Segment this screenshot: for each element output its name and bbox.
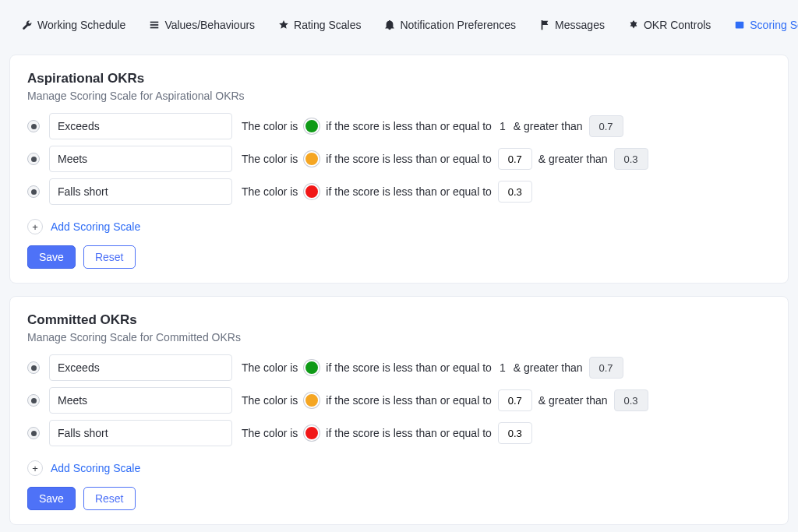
tab-messages[interactable]: Messages — [533, 14, 611, 36]
scale-row: The color is if the score is less than o… — [27, 178, 771, 205]
panel-subtitle: Manage Scoring Scale for Aspirational OK… — [27, 90, 771, 102]
scale-row: The color is if the score is less than o… — [27, 420, 771, 446]
rule-text: if the score is less than or equal to — [326, 361, 491, 374]
rule-text: The color is — [242, 361, 298, 374]
rule-text: The color is — [242, 120, 298, 132]
svg-rect-0 — [150, 22, 159, 23]
tab-label: Messages — [555, 19, 605, 31]
add-scoring-scale-button[interactable]: + Add Scoring Scale — [27, 460, 140, 476]
save-button[interactable]: Save — [27, 487, 76, 510]
add-scale-label: Add Scoring Scale — [51, 462, 140, 474]
tab-values-behaviours[interactable]: Values/Behaviours — [143, 14, 261, 36]
panel-committed-okrs: Committed OKRs Manage Scoring Scale for … — [9, 296, 789, 525]
bell-icon — [384, 19, 395, 30]
scale-label-input[interactable] — [49, 146, 232, 172]
svg-rect-3 — [736, 22, 744, 29]
tab-label: Rating Scales — [294, 19, 361, 31]
lower-bound-input — [614, 148, 648, 170]
rule-text: The color is — [242, 153, 298, 165]
rule-text: if the score is less than or equal to — [326, 394, 491, 407]
tab-scoring-scale[interactable]: Scoring Scale — [728, 14, 798, 36]
add-scoring-scale-button[interactable]: + Add Scoring Scale — [27, 219, 140, 234]
rule-text: if the score is less than or equal to — [326, 185, 491, 198]
tab-label: Working Schedule — [37, 19, 125, 31]
color-dot[interactable] — [304, 118, 320, 134]
tab-rating-scales[interactable]: Rating Scales — [272, 14, 367, 36]
rule-text: The color is — [242, 394, 298, 407]
lower-bound-input — [589, 115, 623, 137]
upper-bound-static: 1 — [498, 361, 507, 374]
scale-label-input[interactable] — [49, 113, 232, 139]
color-dot[interactable] — [304, 360, 320, 375]
color-dot[interactable] — [304, 425, 320, 441]
row-radio[interactable] — [27, 361, 40, 374]
upper-bound-input[interactable] — [498, 422, 532, 444]
scale-icon — [734, 19, 745, 30]
scale-label-input[interactable] — [49, 387, 232, 414]
rule-text: The color is — [242, 427, 298, 439]
row-radio[interactable] — [27, 153, 40, 165]
plus-icon: + — [27, 460, 43, 476]
settings-tabbar: Working Schedule Values/Behaviours Ratin… — [9, 8, 789, 42]
rule-text: The color is — [242, 185, 298, 198]
panel-title: Committed OKRs — [27, 312, 771, 328]
scale-row: The color is if the score is less than o… — [27, 387, 771, 414]
scale-label-input[interactable] — [49, 354, 232, 381]
rule-text: & greater than — [538, 394, 608, 407]
wrench-icon — [22, 19, 33, 30]
rule-text: if the score is less than or equal to — [326, 120, 491, 132]
lower-bound-input — [589, 357, 623, 379]
panel-aspirational-okrs: Aspirational OKRs Manage Scoring Scale f… — [9, 55, 789, 284]
scale-label-input[interactable] — [49, 178, 232, 205]
row-radio[interactable] — [27, 394, 40, 407]
scale-row: The color is if the score is less than o… — [27, 113, 771, 139]
color-dot[interactable] — [304, 151, 320, 167]
rule-text: & greater than — [514, 361, 583, 374]
scale-row: The color is if the score is less than o… — [27, 354, 771, 381]
tab-label: Scoring Scale — [750, 19, 798, 31]
plus-icon: + — [27, 219, 43, 234]
list-icon — [149, 19, 160, 30]
tab-label: Values/Behaviours — [164, 19, 255, 31]
panel-title: Aspirational OKRs — [27, 71, 771, 86]
color-dot[interactable] — [304, 184, 320, 199]
add-scale-label: Add Scoring Scale — [51, 220, 140, 233]
upper-bound-input[interactable] — [498, 181, 532, 203]
tab-working-schedule[interactable]: Working Schedule — [16, 14, 132, 36]
tab-notification-preferences[interactable]: Notification Preferences — [378, 14, 522, 36]
upper-bound-static: 1 — [498, 120, 507, 132]
color-dot[interactable] — [304, 393, 320, 408]
reset-button[interactable]: Reset — [83, 245, 136, 269]
row-radio[interactable] — [27, 120, 40, 132]
lower-bound-input — [614, 389, 648, 411]
panel-subtitle: Manage Scoring Scale for Committed OKRs — [27, 331, 771, 344]
svg-rect-1 — [150, 24, 159, 26]
row-radio[interactable] — [27, 185, 40, 198]
rule-text: if the score is less than or equal to — [326, 153, 491, 165]
tab-label: OKR Controls — [644, 19, 711, 31]
upper-bound-input[interactable] — [498, 389, 532, 411]
tab-label: Notification Preferences — [400, 19, 516, 31]
scale-label-input[interactable] — [49, 420, 232, 446]
rule-text: if the score is less than or equal to — [326, 427, 491, 439]
tab-okr-controls[interactable]: OKR Controls — [622, 14, 717, 36]
star-icon — [278, 19, 289, 30]
row-radio[interactable] — [27, 427, 40, 439]
scale-row: The color is if the score is less than o… — [27, 146, 771, 172]
rule-text: & greater than — [514, 120, 583, 132]
upper-bound-input[interactable] — [498, 148, 532, 170]
rule-text: & greater than — [538, 153, 608, 165]
controls-icon — [628, 19, 639, 30]
svg-rect-2 — [150, 27, 159, 29]
flag-icon — [539, 19, 550, 30]
save-button[interactable]: Save — [27, 245, 76, 269]
reset-button[interactable]: Reset — [83, 487, 136, 510]
